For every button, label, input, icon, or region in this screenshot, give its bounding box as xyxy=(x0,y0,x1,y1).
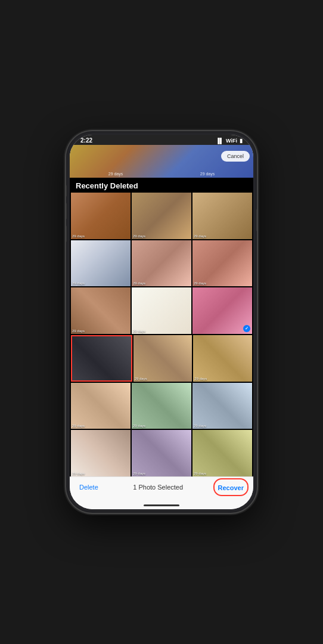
photo-cell[interactable]: 29 days xyxy=(192,193,252,239)
main-content: Recently Deleted 29 days 29 days 29 days xyxy=(70,178,253,476)
photo-cell[interactable]: 29 days xyxy=(192,240,252,287)
silent-button[interactable] xyxy=(66,185,67,197)
photo-cell[interactable]: 29 days xyxy=(192,430,252,476)
days-label: 29 days xyxy=(72,329,85,333)
photo-grid: 29 days 29 days 29 days 29 days xyxy=(70,193,253,476)
page-title: Recently Deleted xyxy=(70,178,253,193)
days-label: 29 days xyxy=(194,424,206,428)
days-label: 29 days xyxy=(72,424,85,428)
days-label: 29 days xyxy=(194,281,206,285)
volume-down-button[interactable] xyxy=(66,225,67,242)
delete-button[interactable]: Delete xyxy=(79,484,98,491)
bottom-toolbar: Delete 1 Photo Selected Recover xyxy=(70,476,253,501)
photo-cell[interactable]: ✓ xyxy=(192,287,252,334)
top-days-labels: 29 days 29 days xyxy=(70,172,253,176)
days-label: 29 days xyxy=(72,472,85,475)
days-label: 29 days xyxy=(194,234,206,238)
top-days-2: 29 days xyxy=(200,172,215,176)
days-label: 29 days xyxy=(133,329,145,333)
photo-cell[interactable]: 29 days xyxy=(71,287,131,334)
days-label: 29 days xyxy=(72,281,85,285)
photo-cell[interactable]: 29 days xyxy=(71,383,131,429)
days-label: 29 days xyxy=(194,472,206,475)
photo-row-6: 29 days 29 days 29 days xyxy=(71,430,252,476)
photo-cell[interactable]: 29 days xyxy=(71,430,131,476)
top-days-1: 29 days xyxy=(108,172,123,176)
photo-cell[interactable]: 29 days xyxy=(71,240,131,287)
days-label: 29 days xyxy=(133,424,145,428)
status-time: 2:22 xyxy=(80,137,92,144)
wifi-icon: WiFi xyxy=(226,138,237,144)
recover-highlight-circle xyxy=(213,478,249,496)
volume-up-button[interactable] xyxy=(66,203,67,219)
photo-cell[interactable]: 29 days xyxy=(132,240,191,287)
photo-row-4: 29 days 29 days xyxy=(71,335,252,382)
photo-row-2: 29 days 29 days 29 days xyxy=(71,240,252,287)
photo-cell[interactable]: 29 days xyxy=(132,193,191,239)
photo-row-1: 29 days 29 days 29 days xyxy=(71,193,252,239)
status-bar: 2:22 ▐▌ WiFi ▮ xyxy=(70,135,253,145)
photo-row-3: 29 days 29 days ✓ xyxy=(71,287,252,334)
phone-screen: 2:22 ▐▌ WiFi ▮ Cancel 29 days 29 days Re… xyxy=(70,135,253,509)
photo-cell[interactable]: 29 days xyxy=(193,335,252,382)
photo-cell[interactable]: 29 days xyxy=(132,287,191,334)
selected-count-label: 1 Photo Selected xyxy=(133,484,183,491)
phone-device: 2:22 ▐▌ WiFi ▮ Cancel 29 days 29 days Re… xyxy=(66,131,257,513)
days-label: 29 days xyxy=(194,377,207,380)
days-label: 29 days xyxy=(135,377,147,380)
battery-icon: ▮ xyxy=(240,138,243,144)
days-label: 29 days xyxy=(133,234,145,238)
selected-checkmark: ✓ xyxy=(243,325,250,332)
photo-cell[interactable]: 29 days xyxy=(192,383,252,429)
photo-cell[interactable]: 29 days xyxy=(132,383,191,429)
recover-button-wrapper: Recover xyxy=(218,482,244,493)
photo-row-5: 29 days 29 days 29 days xyxy=(71,383,252,429)
photo-cell[interactable]: 29 days xyxy=(71,193,131,239)
cancel-button[interactable]: Cancel xyxy=(221,151,250,162)
photo-cell[interactable]: 29 days xyxy=(133,335,192,382)
days-label: 29 days xyxy=(72,234,85,238)
home-indicator xyxy=(70,501,253,509)
signal-icon: ▐▌ xyxy=(216,138,223,144)
days-label: 29 days xyxy=(133,472,145,475)
status-icons: ▐▌ WiFi ▮ xyxy=(216,138,243,144)
homescreen-preview: Cancel 29 days 29 days xyxy=(70,145,253,178)
photo-cell[interactable]: 29 days xyxy=(132,430,191,476)
power-button[interactable] xyxy=(256,209,257,231)
home-bar xyxy=(144,504,179,506)
days-label: 29 days xyxy=(133,281,145,285)
photo-cell-selected[interactable] xyxy=(71,335,132,382)
